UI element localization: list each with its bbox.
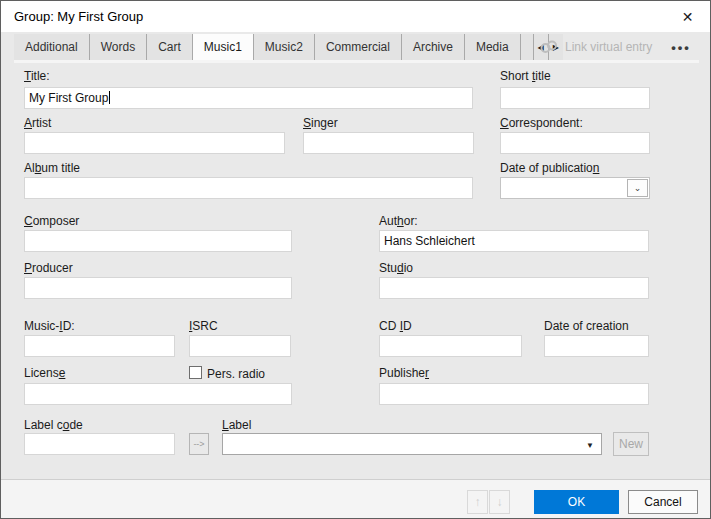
album-title-label: Album title (24, 161, 80, 175)
arrow-down-icon: ↓ (497, 495, 503, 509)
pers-radio-label: Pers. radio (207, 367, 265, 381)
cancel-button[interactable]: Cancel (628, 490, 698, 514)
more-options-button[interactable]: ••• (661, 34, 701, 60)
close-icon: ✕ (682, 9, 694, 25)
label-code-input[interactable] (24, 433, 175, 455)
title-bar: Group: My First Group ✕ (1, 1, 710, 32)
correspondent-label: Correspondent: (500, 116, 583, 130)
label-label: Label (222, 418, 251, 432)
tab-words[interactable]: Words (90, 34, 147, 60)
artist-label: Artist (24, 116, 51, 130)
isrc-input[interactable] (189, 335, 291, 357)
link-virtual-entry-button[interactable]: Link virtual entry (539, 34, 652, 60)
short-title-label: Short title (500, 69, 551, 83)
composer-label: Composer (24, 214, 79, 228)
author-label: Author: (379, 214, 418, 228)
studio-input[interactable] (379, 277, 649, 299)
footer-bar: ↑ ↓ OK Cancel (1, 480, 710, 519)
ellipsis-icon: ••• (671, 40, 691, 55)
chevron-down-icon: ⌄ (634, 183, 642, 193)
arrow-up-icon: ↑ (475, 495, 481, 509)
producer-input[interactable] (24, 277, 292, 299)
author-input[interactable]: Hans Schleichert (379, 230, 649, 252)
move-down-button[interactable]: ↓ (489, 490, 510, 514)
artist-input[interactable] (24, 132, 285, 154)
composer-input[interactable] (24, 230, 292, 252)
tab-music1[interactable]: Music1 (193, 34, 254, 60)
publisher-label: Publisher (379, 366, 429, 380)
close-button[interactable]: ✕ (665, 1, 710, 32)
window-title: Group: My First Group (14, 9, 143, 24)
tab-additional[interactable]: Additional (14, 34, 90, 60)
tab-archive[interactable]: Archive (402, 34, 465, 60)
publisher-input[interactable] (379, 383, 649, 405)
tab-cart[interactable]: Cart (147, 34, 193, 60)
label-combobox[interactable]: ▼ (222, 433, 602, 455)
chain-link-icon (539, 40, 559, 54)
tab-partial[interactable] (521, 34, 534, 60)
group-properties-dialog: Group: My First Group ✕ Additional Words… (0, 0, 711, 519)
date-of-publication-input[interactable]: ⌄ (500, 177, 650, 199)
producer-label: Producer (24, 261, 73, 275)
date-dropdown-button[interactable]: ⌄ (627, 179, 648, 197)
tab-music2[interactable]: Music2 (254, 34, 315, 60)
combobox-arrow-icon: ▼ (586, 441, 594, 450)
license-label: License (24, 366, 65, 380)
correspondent-input[interactable] (500, 132, 650, 154)
cd-id-input[interactable] (379, 335, 522, 357)
singer-label: Singer (303, 116, 338, 130)
date-of-publication-label: Date of publication (500, 161, 599, 175)
tab-commercial[interactable]: Commercial (315, 34, 402, 60)
cd-id-label: CD ID (379, 319, 412, 333)
text-cursor (109, 91, 110, 104)
music-id-label: Music-ID: (24, 319, 75, 333)
tab-strip: Additional Words Cart Music1 Music2 Comm… (14, 34, 563, 60)
arrow-right-icon: --> (193, 439, 204, 449)
singer-input[interactable] (303, 132, 474, 154)
title-input[interactable]: My First Group (24, 87, 473, 109)
studio-label: Studio (379, 261, 413, 275)
short-title-input[interactable] (500, 87, 650, 109)
pers-radio-checkbox[interactable] (189, 366, 202, 379)
transfer-label-code-button[interactable]: --> (189, 433, 209, 455)
title-label: Title: (24, 69, 50, 83)
tabstrip-underlay (14, 60, 699, 63)
license-input[interactable] (24, 383, 292, 405)
ok-button[interactable]: OK (534, 490, 619, 514)
album-title-input[interactable] (24, 177, 473, 199)
link-virtual-entry-label: Link virtual entry (565, 40, 652, 54)
move-up-button[interactable]: ↑ (467, 490, 488, 514)
date-of-creation-input[interactable] (544, 335, 649, 357)
music-id-input[interactable] (24, 335, 175, 357)
tab-media[interactable]: Media (465, 34, 521, 60)
date-of-creation-label: Date of creation (544, 319, 629, 333)
label-code-label: Label code (24, 418, 83, 432)
isrc-label: ISRC (189, 319, 218, 333)
new-label-button[interactable]: New (613, 432, 649, 456)
